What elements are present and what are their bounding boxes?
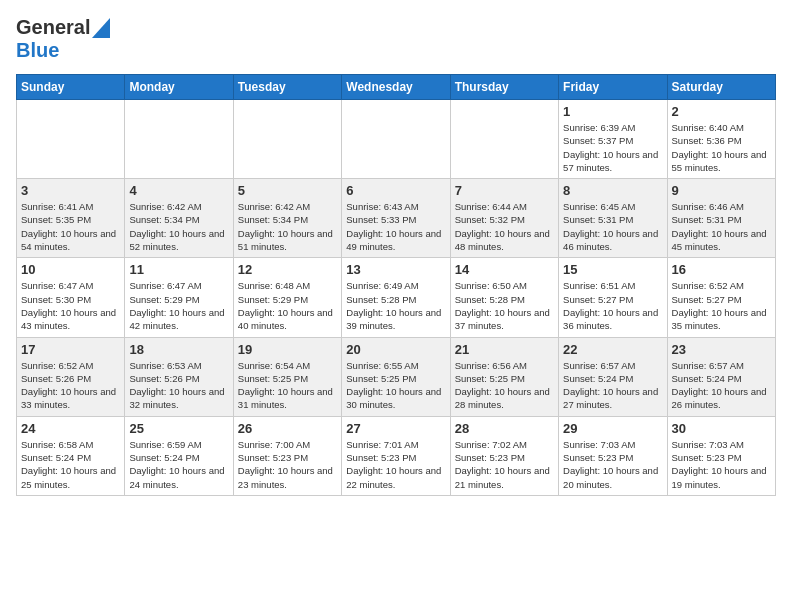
day-number: 25 [129, 421, 228, 436]
calendar-cell [342, 100, 450, 179]
weekday-header-tuesday: Tuesday [233, 75, 341, 100]
day-content: Sunrise: 6:41 AMSunset: 5:35 PMDaylight:… [21, 200, 120, 253]
day-content: Sunrise: 7:02 AMSunset: 5:23 PMDaylight:… [455, 438, 554, 491]
calendar-cell: 5Sunrise: 6:42 AMSunset: 5:34 PMDaylight… [233, 179, 341, 258]
calendar-cell: 12Sunrise: 6:48 AMSunset: 5:29 PMDayligh… [233, 258, 341, 337]
day-content: Sunrise: 6:42 AMSunset: 5:34 PMDaylight:… [238, 200, 337, 253]
day-content: Sunrise: 6:48 AMSunset: 5:29 PMDaylight:… [238, 279, 337, 332]
day-number: 5 [238, 183, 337, 198]
day-number: 9 [672, 183, 771, 198]
day-content: Sunrise: 6:43 AMSunset: 5:33 PMDaylight:… [346, 200, 445, 253]
day-number: 8 [563, 183, 662, 198]
day-number: 2 [672, 104, 771, 119]
day-content: Sunrise: 6:45 AMSunset: 5:31 PMDaylight:… [563, 200, 662, 253]
logo-arrow-icon [92, 18, 110, 38]
calendar-cell [125, 100, 233, 179]
day-number: 12 [238, 262, 337, 277]
day-content: Sunrise: 6:55 AMSunset: 5:25 PMDaylight:… [346, 359, 445, 412]
calendar-cell: 23Sunrise: 6:57 AMSunset: 5:24 PMDayligh… [667, 337, 775, 416]
calendar-cell [233, 100, 341, 179]
day-number: 21 [455, 342, 554, 357]
day-number: 19 [238, 342, 337, 357]
day-number: 22 [563, 342, 662, 357]
weekday-header-thursday: Thursday [450, 75, 558, 100]
calendar-cell: 2Sunrise: 6:40 AMSunset: 5:36 PMDaylight… [667, 100, 775, 179]
calendar-cell: 27Sunrise: 7:01 AMSunset: 5:23 PMDayligh… [342, 416, 450, 495]
day-number: 4 [129, 183, 228, 198]
day-content: Sunrise: 7:01 AMSunset: 5:23 PMDaylight:… [346, 438, 445, 491]
day-content: Sunrise: 6:47 AMSunset: 5:30 PMDaylight:… [21, 279, 120, 332]
calendar-cell: 13Sunrise: 6:49 AMSunset: 5:28 PMDayligh… [342, 258, 450, 337]
day-number: 27 [346, 421, 445, 436]
day-number: 20 [346, 342, 445, 357]
calendar-cell [450, 100, 558, 179]
calendar-cell: 24Sunrise: 6:58 AMSunset: 5:24 PMDayligh… [17, 416, 125, 495]
calendar-table: SundayMondayTuesdayWednesdayThursdayFrid… [16, 74, 776, 496]
calendar-cell: 9Sunrise: 6:46 AMSunset: 5:31 PMDaylight… [667, 179, 775, 258]
svg-marker-0 [92, 18, 110, 38]
calendar-cell: 21Sunrise: 6:56 AMSunset: 5:25 PMDayligh… [450, 337, 558, 416]
calendar-cell: 28Sunrise: 7:02 AMSunset: 5:23 PMDayligh… [450, 416, 558, 495]
calendar-cell: 14Sunrise: 6:50 AMSunset: 5:28 PMDayligh… [450, 258, 558, 337]
calendar-cell: 17Sunrise: 6:52 AMSunset: 5:26 PMDayligh… [17, 337, 125, 416]
calendar-week-1: 1Sunrise: 6:39 AMSunset: 5:37 PMDaylight… [17, 100, 776, 179]
day-number: 7 [455, 183, 554, 198]
day-content: Sunrise: 6:52 AMSunset: 5:27 PMDaylight:… [672, 279, 771, 332]
day-number: 14 [455, 262, 554, 277]
day-content: Sunrise: 6:39 AMSunset: 5:37 PMDaylight:… [563, 121, 662, 174]
calendar-cell: 19Sunrise: 6:54 AMSunset: 5:25 PMDayligh… [233, 337, 341, 416]
calendar-cell: 1Sunrise: 6:39 AMSunset: 5:37 PMDaylight… [559, 100, 667, 179]
day-number: 1 [563, 104, 662, 119]
calendar-cell: 4Sunrise: 6:42 AMSunset: 5:34 PMDaylight… [125, 179, 233, 258]
day-content: Sunrise: 6:52 AMSunset: 5:26 PMDaylight:… [21, 359, 120, 412]
weekday-header-friday: Friday [559, 75, 667, 100]
calendar-cell: 8Sunrise: 6:45 AMSunset: 5:31 PMDaylight… [559, 179, 667, 258]
day-number: 28 [455, 421, 554, 436]
calendar-week-4: 17Sunrise: 6:52 AMSunset: 5:26 PMDayligh… [17, 337, 776, 416]
calendar-cell: 6Sunrise: 6:43 AMSunset: 5:33 PMDaylight… [342, 179, 450, 258]
day-content: Sunrise: 6:59 AMSunset: 5:24 PMDaylight:… [129, 438, 228, 491]
day-content: Sunrise: 6:54 AMSunset: 5:25 PMDaylight:… [238, 359, 337, 412]
day-number: 24 [21, 421, 120, 436]
day-number: 3 [21, 183, 120, 198]
day-content: Sunrise: 6:56 AMSunset: 5:25 PMDaylight:… [455, 359, 554, 412]
day-number: 30 [672, 421, 771, 436]
calendar-cell: 15Sunrise: 6:51 AMSunset: 5:27 PMDayligh… [559, 258, 667, 337]
calendar-cell: 30Sunrise: 7:03 AMSunset: 5:23 PMDayligh… [667, 416, 775, 495]
calendar-cell: 11Sunrise: 6:47 AMSunset: 5:29 PMDayligh… [125, 258, 233, 337]
day-content: Sunrise: 7:03 AMSunset: 5:23 PMDaylight:… [563, 438, 662, 491]
logo-blue: Blue [16, 39, 110, 62]
day-number: 18 [129, 342, 228, 357]
calendar-cell: 7Sunrise: 6:44 AMSunset: 5:32 PMDaylight… [450, 179, 558, 258]
day-number: 11 [129, 262, 228, 277]
calendar-cell: 26Sunrise: 7:00 AMSunset: 5:23 PMDayligh… [233, 416, 341, 495]
calendar-cell [17, 100, 125, 179]
day-number: 17 [21, 342, 120, 357]
day-content: Sunrise: 6:58 AMSunset: 5:24 PMDaylight:… [21, 438, 120, 491]
weekday-header-monday: Monday [125, 75, 233, 100]
calendar-week-3: 10Sunrise: 6:47 AMSunset: 5:30 PMDayligh… [17, 258, 776, 337]
calendar-cell: 20Sunrise: 6:55 AMSunset: 5:25 PMDayligh… [342, 337, 450, 416]
day-content: Sunrise: 6:57 AMSunset: 5:24 PMDaylight:… [563, 359, 662, 412]
calendar-week-5: 24Sunrise: 6:58 AMSunset: 5:24 PMDayligh… [17, 416, 776, 495]
day-content: Sunrise: 6:46 AMSunset: 5:31 PMDaylight:… [672, 200, 771, 253]
day-content: Sunrise: 6:42 AMSunset: 5:34 PMDaylight:… [129, 200, 228, 253]
weekday-header-sunday: Sunday [17, 75, 125, 100]
day-number: 6 [346, 183, 445, 198]
calendar-cell: 18Sunrise: 6:53 AMSunset: 5:26 PMDayligh… [125, 337, 233, 416]
calendar-cell: 10Sunrise: 6:47 AMSunset: 5:30 PMDayligh… [17, 258, 125, 337]
day-number: 10 [21, 262, 120, 277]
day-number: 23 [672, 342, 771, 357]
day-number: 13 [346, 262, 445, 277]
logo: General Blue [16, 16, 110, 62]
day-content: Sunrise: 6:51 AMSunset: 5:27 PMDaylight:… [563, 279, 662, 332]
weekday-header-row: SundayMondayTuesdayWednesdayThursdayFrid… [17, 75, 776, 100]
day-content: Sunrise: 6:53 AMSunset: 5:26 PMDaylight:… [129, 359, 228, 412]
page-header: General Blue [16, 16, 776, 62]
day-content: Sunrise: 6:50 AMSunset: 5:28 PMDaylight:… [455, 279, 554, 332]
day-number: 29 [563, 421, 662, 436]
day-content: Sunrise: 6:44 AMSunset: 5:32 PMDaylight:… [455, 200, 554, 253]
calendar-week-2: 3Sunrise: 6:41 AMSunset: 5:35 PMDaylight… [17, 179, 776, 258]
day-number: 15 [563, 262, 662, 277]
logo-general: General [16, 16, 90, 39]
